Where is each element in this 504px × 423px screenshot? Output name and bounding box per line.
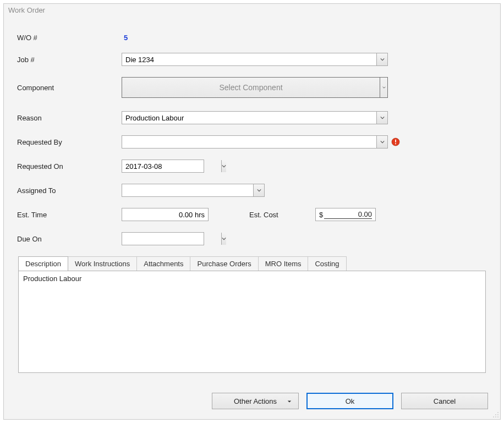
component-dropdown-button[interactable] [380, 78, 387, 97]
wo-number-value: 5 [122, 34, 128, 42]
tab-mro-items[interactable]: MRO Items [258, 256, 309, 271]
component-label: Component [17, 84, 122, 92]
chevron-down-icon [257, 188, 261, 193]
est-time-label: Est. Time [17, 211, 122, 219]
svg-point-8 [493, 416, 494, 417]
requested-by-combo[interactable] [122, 135, 388, 149]
chevron-down-icon [380, 116, 385, 120]
due-on-input[interactable] [122, 233, 221, 245]
svg-point-6 [497, 416, 498, 417]
svg-point-2 [395, 143, 396, 144]
tab-costing[interactable]: Costing [308, 256, 346, 271]
work-order-window: Work Order W/O # 5 Job # Component Selec… [3, 3, 501, 420]
error-icon [391, 138, 400, 146]
cancel-button[interactable]: Cancel [401, 393, 488, 409]
ok-button[interactable]: Ok [306, 393, 393, 409]
resize-grip-icon[interactable] [492, 411, 499, 418]
svg-point-5 [495, 414, 496, 415]
tab-description[interactable]: Description [18, 256, 68, 271]
chevron-down-icon [382, 86, 386, 89]
chevron-down-icon [380, 57, 385, 62]
requested-by-dropdown-button[interactable] [376, 136, 387, 148]
due-on-dropdown-button[interactable] [221, 233, 226, 245]
reason-input[interactable] [122, 112, 376, 124]
job-label: Job # [17, 56, 122, 64]
due-on-label: Due On [17, 235, 122, 243]
tabs-container: Description Work Instructions Attachment… [18, 256, 486, 373]
form-area: W/O # 5 Job # Component Select Component [4, 18, 500, 384]
svg-point-3 [497, 412, 498, 413]
assigned-to-dropdown-button[interactable] [253, 184, 264, 196]
reason-label: Reason [17, 114, 122, 122]
wo-number-label: W/O # [17, 34, 122, 42]
reason-combo[interactable] [122, 111, 388, 124]
window-title: Work Order [4, 4, 500, 18]
tab-purchase-orders[interactable]: Purchase Orders [190, 256, 258, 271]
dialog-button-row: Other Actions Ok Cancel [4, 384, 500, 419]
job-combo[interactable] [122, 53, 388, 66]
other-actions-label: Other Actions [234, 397, 277, 405]
reason-dropdown-button[interactable] [376, 112, 387, 124]
requested-on-input[interactable] [122, 160, 221, 172]
component-select[interactable]: Select Component [122, 77, 388, 98]
svg-point-7 [495, 416, 496, 417]
requested-on-dropdown-button[interactable] [221, 160, 226, 172]
tab-body-description[interactable]: Production Labour [18, 271, 486, 373]
chevron-down-icon [222, 164, 226, 168]
tabstrip: Description Work Instructions Attachment… [18, 256, 486, 271]
est-cost-prefix: $ [319, 211, 323, 219]
cancel-label: Cancel [434, 397, 456, 405]
est-time-input[interactable] [122, 208, 209, 221]
job-input[interactable] [122, 53, 376, 65]
est-cost-field[interactable]: $ 0.00 [315, 208, 376, 221]
tab-work-instructions[interactable]: Work Instructions [68, 256, 137, 271]
ok-label: Ok [346, 397, 355, 405]
requested-on-label: Requested On [17, 162, 122, 171]
requested-by-label: Requested By [17, 138, 122, 146]
other-actions-button[interactable]: Other Actions [212, 393, 299, 409]
assigned-to-input[interactable] [122, 184, 253, 196]
chevron-down-icon [222, 237, 226, 241]
job-dropdown-button[interactable] [376, 53, 387, 65]
assigned-to-combo[interactable] [122, 184, 265, 197]
component-select-main[interactable]: Select Component [122, 78, 380, 97]
chevron-down-icon [380, 140, 385, 144]
svg-point-4 [497, 414, 498, 415]
svg-rect-1 [395, 140, 396, 143]
requested-on-date[interactable] [122, 160, 204, 173]
caret-down-icon [287, 397, 292, 405]
requested-by-input[interactable] [122, 136, 376, 148]
est-cost-value: 0.00 [324, 211, 372, 219]
tab-attachments[interactable]: Attachments [136, 256, 190, 271]
assigned-to-label: Assigned To [17, 186, 122, 195]
due-on-date[interactable] [122, 232, 204, 245]
est-cost-label: Est. Cost [249, 211, 315, 219]
